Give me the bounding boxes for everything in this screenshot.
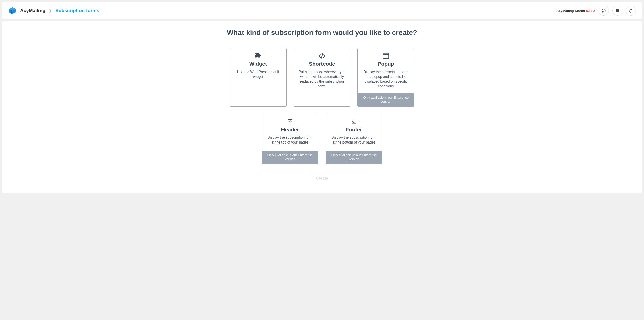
window-icon: [382, 52, 390, 60]
card-popup[interactable]: Popup Display the subscription form in a…: [357, 48, 414, 107]
puzzle-icon: [254, 52, 262, 60]
card-title: Popup: [378, 61, 394, 67]
card-desc: Display the subscription form at the top…: [266, 135, 314, 145]
docs-button[interactable]: [612, 6, 622, 16]
bell-icon: [629, 8, 633, 13]
card-row-1: Widget Use the WordPress default widget …: [230, 48, 414, 107]
card-title: Shortcode: [309, 61, 335, 67]
create-row: Create: [10, 173, 634, 183]
enterprise-banner: Only available in our Enterprise version: [326, 151, 382, 164]
card-widget[interactable]: Widget Use the WordPress default widget: [230, 48, 287, 107]
svg-point-3: [385, 54, 385, 54]
card-footer[interactable]: Footer Display the subscription form at …: [326, 114, 382, 164]
plan-version: 6.13.2: [586, 9, 595, 13]
header-left: AcyMailing ❯ Subscription forms: [8, 6, 99, 15]
chevron-right-icon: ❯: [49, 9, 52, 13]
arrow-top-icon: [286, 118, 294, 126]
card-header[interactable]: Header Display the subscription form at …: [262, 114, 318, 164]
top-header: AcyMailing ❯ Subscription forms AcyMaili…: [2, 2, 642, 19]
header-right: AcyMailing Starter 6.13.2: [556, 6, 636, 16]
breadcrumb-page-name[interactable]: Subscription forms: [55, 8, 99, 13]
book-icon: [615, 8, 620, 13]
breadcrumb-app-name[interactable]: AcyMailing: [20, 8, 45, 13]
card-title: Widget: [249, 61, 267, 67]
plan-name: AcyMailing Starter: [556, 9, 585, 13]
refresh-button[interactable]: [599, 6, 609, 16]
card-desc: Put a shortcode wherever you want. It wi…: [298, 69, 346, 89]
notifications-button[interactable]: [626, 6, 636, 16]
code-icon: [318, 52, 326, 60]
breadcrumb: AcyMailing ❯ Subscription forms: [20, 8, 99, 13]
svg-point-2: [384, 54, 384, 54]
refresh-icon: [601, 8, 606, 13]
card-row-2: Header Display the subscription form at …: [262, 114, 382, 164]
app-logo-icon: [8, 6, 17, 15]
plan-info: AcyMailing Starter 6.13.2: [556, 9, 595, 13]
create-button[interactable]: Create: [311, 173, 333, 183]
card-title: Header: [281, 127, 299, 133]
card-desc: Display the subscription form at the bot…: [330, 135, 378, 145]
arrow-bottom-icon: [350, 118, 358, 126]
card-desc: Display the subscription form in a popup…: [362, 69, 410, 89]
page-title: What kind of subscription form would you…: [10, 29, 634, 37]
content-panel: What kind of subscription form would you…: [2, 21, 642, 193]
card-desc: Use the WordPress default widget: [234, 69, 282, 79]
enterprise-banner: Only available in our Enterprise version: [262, 151, 318, 164]
enterprise-banner: Only available in our Enterprise version: [358, 93, 414, 107]
cards-container: Widget Use the WordPress default widget …: [10, 48, 634, 164]
card-title: Footer: [346, 127, 362, 133]
card-shortcode[interactable]: Shortcode Put a shortcode wherever you w…: [294, 48, 350, 107]
